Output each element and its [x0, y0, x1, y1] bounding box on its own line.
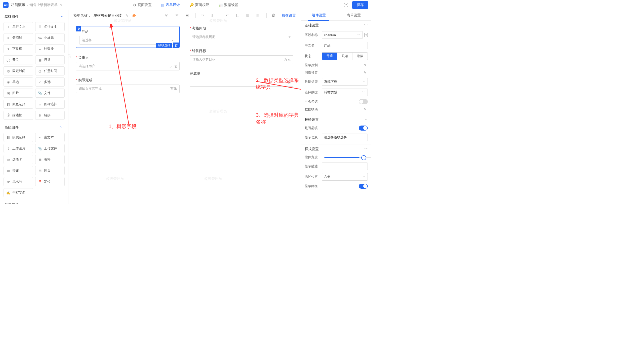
save-draft-icon[interactable]: ▣ [185, 13, 190, 18]
clear-icon[interactable]: 🗑 [174, 64, 178, 68]
comp-image[interactable]: ▣图片 [4, 89, 33, 98]
state-hidden[interactable]: 隐藏 [352, 53, 368, 60]
comp-subtitle[interactable]: Aᴀ小标题 [35, 33, 65, 42]
comp-upload-file[interactable]: 📎上传文件 [35, 144, 65, 153]
multi-switch[interactable] [359, 99, 368, 104]
preview-icon[interactable]: 👁 [175, 13, 180, 18]
show-path-switch[interactable] [359, 184, 368, 189]
label-select-data: 选择数据 [305, 90, 320, 95]
comp-date[interactable]: ▦日期 [35, 55, 65, 64]
fieldname-ext-icon[interactable]: ⊟ [364, 33, 368, 37]
field-product-selected[interactable]: ✥ *产品 请选择 级联选择 🗑 [76, 26, 180, 48]
desc-input[interactable] [322, 163, 368, 170]
unit-text: 万元 [284, 57, 291, 62]
rpanel-tab-form[interactable]: 表单设置 [336, 10, 372, 20]
comp-table[interactable]: ▦表格 [35, 155, 65, 164]
search-icon[interactable]: ⌕ [170, 64, 172, 68]
comp-radio[interactable]: ◉单选 [4, 77, 33, 87]
comp-fixed-time[interactable]: ◷固定时间 [4, 66, 33, 75]
select-data-select[interactable]: 耗材类型﹀ [322, 89, 368, 96]
comp-desc[interactable]: ⓘ描述框 [4, 111, 33, 120]
comp-location[interactable]: 📍定位 [35, 177, 65, 186]
col2-icon[interactable]: ◫ [236, 13, 241, 18]
comp-label: 定位 [44, 179, 51, 184]
comp-upload-image[interactable]: ⇧上传图片 [4, 144, 33, 153]
divider-icon: ≡ [6, 36, 10, 40]
field-wancheng-input[interactable]: % [190, 78, 293, 87]
desktop-icon[interactable]: ▭ [201, 13, 206, 18]
move-handle-icon[interactable]: ✥ [76, 26, 81, 31]
state-normal[interactable]: 普通 [322, 53, 337, 60]
comp-serial[interactable]: ⟳流水号 [4, 177, 33, 186]
comp-checkbox[interactable]: ☑多选 [35, 77, 65, 87]
comp-label: 图标选择 [44, 102, 57, 106]
comp-link[interactable]: ⊕链接 [35, 111, 65, 120]
breadcrumb-root[interactable]: 功能演示 [11, 3, 25, 7]
input-value: 请选择级联选择 [324, 135, 347, 140]
field-xiaoshou-input[interactable]: 请输入销售目标万元 [190, 55, 293, 64]
width-slider[interactable] [324, 157, 365, 158]
toolbar-divider [221, 13, 221, 18]
sidegroup-advanced-header[interactable]: 高级组件 ﹀ [2, 123, 66, 132]
delete-field-icon[interactable]: 🗑 [173, 43, 179, 48]
button-settings-link[interactable]: 按钮设置 [282, 13, 296, 18]
select-value: 耗材类型 [324, 90, 337, 95]
col1-icon[interactable]: ▭ [226, 13, 231, 18]
at-icon[interactable]: @ [132, 14, 136, 18]
edit-icon[interactable]: ✎ [364, 107, 368, 111]
comp-cascader[interactable]: ☷级联选择 [4, 133, 33, 142]
comp-button[interactable]: ▭按钮 [4, 166, 33, 175]
comp-select[interactable]: ▾下拉框 [4, 44, 33, 53]
edit-icon[interactable]: ✎ [364, 63, 368, 67]
state-readonly[interactable]: 只读 [337, 53, 352, 60]
tab-perm-label: 页面权限 [195, 3, 209, 7]
sidegroup-basic-header[interactable]: 基础组件 ﹀ [2, 13, 66, 21]
rpanel-section-style-header[interactable]: 样式设置 ﹀ [301, 144, 371, 154]
model-edit-icon[interactable]: ✎ [125, 14, 128, 18]
comp-counter[interactable]: ⑉计数器 [35, 44, 65, 53]
comp-icon-picker[interactable]: ⍟图标选择 [35, 100, 65, 109]
edit-icon[interactable]: ✎ [364, 71, 368, 75]
comp-file[interactable]: 📎文件 [35, 89, 65, 98]
label-cn-name: 中文名 [305, 43, 320, 48]
required-switch[interactable] [359, 126, 368, 131]
help-icon[interactable]: ? [344, 3, 348, 7]
comp-signature[interactable]: ✍手写签名 [4, 188, 33, 197]
palette-icon: ◧ [6, 102, 10, 106]
label-text: 负责人 [78, 55, 89, 59]
comp-tabs[interactable]: ▭选项卡 [4, 155, 33, 164]
field-fuzeren-input[interactable]: 请选择用户 [76, 62, 180, 70]
pencil-icon[interactable]: ✎ [60, 3, 63, 7]
save-button[interactable]: 保存 [352, 1, 368, 9]
comp-multi-text[interactable]: ☰多行文本 [35, 22, 65, 31]
comp-label: 级联选择 [12, 135, 25, 140]
col4-icon[interactable]: ▦ [256, 13, 261, 18]
comp-switch[interactable]: ◯开关 [4, 55, 33, 64]
comp-webpage[interactable]: ▤网页 [35, 166, 65, 175]
rpanel-tab-component[interactable]: 组件设置 [301, 10, 336, 20]
comp-label: 按钮 [12, 168, 19, 173]
field-kaohe-input[interactable]: 请选择考核周期 [190, 33, 293, 41]
link-icon[interactable]: ⦾ [165, 13, 170, 18]
label-width: 控件宽度 [305, 155, 320, 160]
rpanel-section-basic-header[interactable]: 基础设置 ﹀ [301, 21, 371, 30]
hint-input[interactable]: 请选择级联选择 [322, 134, 368, 141]
comp-label: 文件 [44, 91, 51, 95]
comp-color[interactable]: ◧颜色选择 [4, 100, 33, 109]
comp-divider[interactable]: ≡分割线 [4, 33, 33, 42]
comp-single-text[interactable]: T单行文本 [4, 22, 33, 31]
sidegroup-ext-header[interactable]: 扩展组件 ﹀ [2, 201, 66, 204]
key-icon: 🔑 [189, 3, 194, 7]
comp-any-time[interactable]: ◷任意时间 [35, 66, 65, 75]
fieldname-select[interactable]: chanPin﹀ [322, 31, 363, 39]
field-shiji-input[interactable]: 请输入实际完成万元 [76, 85, 180, 93]
desc-pos-select[interactable]: 右侧﹀ [322, 173, 368, 181]
col3-icon[interactable]: ▥ [246, 13, 251, 18]
comp-richtext[interactable]: ✂富文本 [35, 133, 65, 142]
sidegroup-basic-title: 基础组件 [5, 15, 19, 19]
cn-name-input[interactable]: 产品 [322, 42, 368, 49]
delete-icon[interactable]: 🗑 [272, 13, 277, 18]
rpanel-section-validate-header[interactable]: 校验设置 ﹀ [301, 115, 371, 125]
data-type-select[interactable]: 系统字典﹀ [322, 78, 368, 86]
tablet-icon[interactable]: ▯ [211, 13, 216, 18]
